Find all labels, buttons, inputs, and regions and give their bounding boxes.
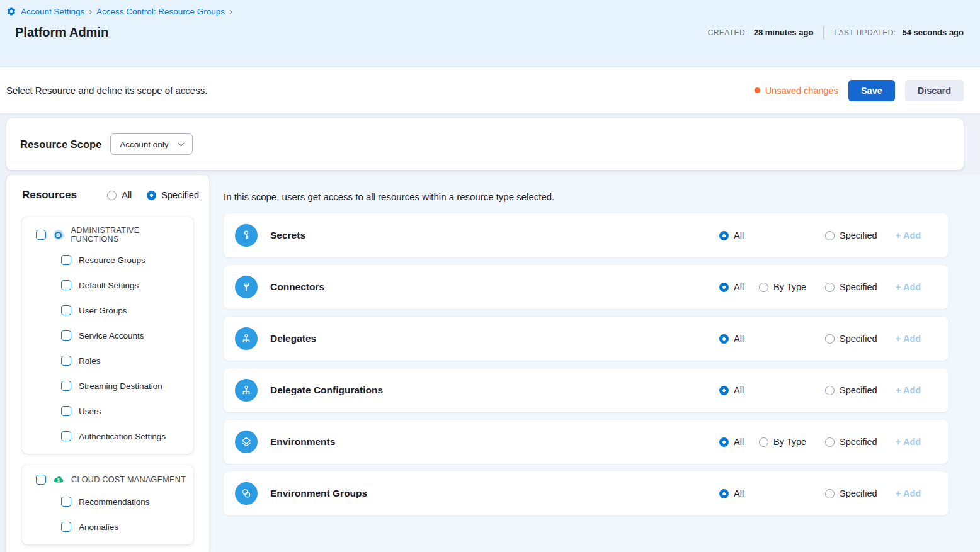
- resource-item-streaming-destination[interactable]: Streaming Destination: [61, 373, 187, 398]
- checkbox[interactable]: [36, 230, 46, 240]
- resource-item-service-accounts[interactable]: Service Accounts: [61, 323, 187, 348]
- resource-row-options: AllBy TypeSpecified+ Add: [719, 282, 923, 292]
- resource-row-delegates: DelegatesAllSpecified+ Add: [224, 317, 949, 361]
- resources-mode-radiogroup: AllSpecified: [107, 190, 199, 200]
- add-link[interactable]: + Add: [896, 282, 923, 292]
- settings-gear-icon: [6, 6, 16, 16]
- option-specified[interactable]: Specified: [825, 437, 896, 447]
- option-specified[interactable]: Specified: [825, 334, 896, 344]
- radio-unselected-icon[interactable]: [759, 437, 768, 447]
- resources-mode-specified[interactable]: Specified: [147, 190, 199, 200]
- radio-label: All: [734, 488, 744, 498]
- action-toolbar: Select Resource and define its scope of …: [0, 67, 980, 113]
- option-specified[interactable]: Specified: [825, 282, 896, 292]
- radio-selected-icon[interactable]: [719, 283, 729, 292]
- resource-scope-select[interactable]: Account only: [110, 133, 192, 155]
- checkbox[interactable]: [61, 522, 71, 532]
- resource-item-authentication-settings[interactable]: Authentication Settings: [61, 424, 187, 449]
- option-all[interactable]: All: [719, 282, 759, 292]
- radio-selected-icon[interactable]: [147, 191, 156, 200]
- option-specified[interactable]: Specified: [825, 488, 896, 498]
- page-header: Account Settings › Access Control: Resou…: [0, 0, 980, 67]
- save-button[interactable]: Save: [848, 80, 895, 101]
- resource-rows: SecretsAllSpecified+ AddConnectorsAllBy …: [224, 213, 949, 515]
- svg-text:$: $: [57, 478, 60, 483]
- radio-label: Specified: [840, 334, 877, 344]
- add-link[interactable]: + Add: [896, 437, 923, 447]
- resource-item-users[interactable]: Users: [61, 398, 187, 424]
- resource-item-anomalies[interactable]: Anomalies: [61, 514, 187, 539]
- radio-unselected-icon[interactable]: [825, 231, 835, 240]
- checkbox[interactable]: [61, 305, 71, 315]
- resource-group-header: $CLOUD COST MANAGEMENT: [36, 474, 187, 485]
- radio-unselected-icon[interactable]: [825, 489, 835, 498]
- resource-group-items: RecommendationsAnomalies: [36, 489, 187, 539]
- resources-mode-all[interactable]: All: [107, 190, 132, 200]
- toolbar-description: Select Resource and define its scope of …: [6, 85, 207, 96]
- radio-label: Specified: [161, 190, 199, 200]
- option-by-type[interactable]: By Type: [759, 282, 825, 292]
- radio-selected-icon[interactable]: [719, 334, 729, 344]
- environment-groups-icon: [235, 482, 258, 505]
- option-all[interactable]: All: [719, 230, 759, 240]
- resource-item-recommendations[interactable]: Recommendations: [61, 489, 187, 514]
- delegate-configurations-icon: [235, 379, 258, 402]
- option-specified[interactable]: Specified: [825, 385, 896, 395]
- resource-item-label: Roles: [79, 356, 101, 366]
- checkbox[interactable]: [61, 406, 71, 416]
- checkbox[interactable]: [61, 497, 71, 507]
- add-link[interactable]: + Add: [896, 334, 923, 344]
- option-all[interactable]: All: [719, 437, 759, 447]
- resource-item-label: Streaming Destination: [79, 381, 162, 391]
- created-label: CREATED:: [708, 28, 748, 37]
- environments-icon: [235, 431, 258, 453]
- resource-item-user-groups[interactable]: User Groups: [61, 298, 187, 323]
- radio-label: All: [734, 230, 744, 240]
- radio-label: All: [734, 385, 744, 395]
- radio-unselected-icon[interactable]: [107, 191, 117, 200]
- radio-unselected-icon[interactable]: [825, 437, 835, 447]
- resource-row-secrets: SecretsAllSpecified+ Add: [224, 213, 949, 257]
- add-link[interactable]: + Add: [896, 488, 923, 498]
- radio-unselected-icon[interactable]: [825, 283, 835, 292]
- radio-selected-icon[interactable]: [719, 231, 729, 240]
- add-link[interactable]: + Add: [896, 385, 923, 395]
- radio-unselected-icon[interactable]: [759, 283, 768, 292]
- checkbox[interactable]: [36, 475, 46, 485]
- checkbox[interactable]: [61, 330, 71, 341]
- resource-item-default-settings[interactable]: Default Settings: [61, 273, 187, 298]
- resource-group-name: CLOUD COST MANAGEMENT: [71, 475, 186, 484]
- radio-selected-icon[interactable]: [719, 386, 729, 395]
- radio-unselected-icon[interactable]: [825, 386, 835, 395]
- radio-selected-icon[interactable]: [719, 437, 729, 447]
- resource-item-resource-groups[interactable]: Resource Groups: [61, 247, 187, 273]
- radio-label: All: [122, 190, 132, 200]
- discard-button[interactable]: Discard: [905, 80, 964, 101]
- checkbox[interactable]: [61, 280, 71, 290]
- checkbox[interactable]: [61, 356, 71, 366]
- page-title: Platform Admin: [15, 25, 108, 40]
- resource-row-connectors: ConnectorsAllBy TypeSpecified+ Add: [224, 265, 949, 309]
- delegates-icon: [235, 327, 258, 350]
- option-specified[interactable]: Specified: [825, 230, 896, 240]
- breadcrumb-account-settings[interactable]: Account Settings: [21, 7, 84, 16]
- checkbox[interactable]: [61, 431, 71, 441]
- radio-selected-icon[interactable]: [719, 489, 729, 498]
- resource-row-options: AllSpecified+ Add: [719, 385, 923, 395]
- resource-row-delegate-configurations: Delegate ConfigurationsAllSpecified+ Add: [224, 368, 949, 412]
- resource-row-options: AllSpecified+ Add: [719, 230, 923, 240]
- resource-item-roles[interactable]: Roles: [61, 348, 187, 373]
- option-all[interactable]: All: [719, 385, 759, 395]
- checkbox[interactable]: [61, 381, 71, 391]
- breadcrumb-resource-groups[interactable]: Access Control: Resource Groups: [96, 7, 225, 16]
- resource-item-label: User Groups: [79, 306, 127, 315]
- option-by-type[interactable]: By Type: [759, 437, 825, 447]
- resources-title: Resources: [22, 189, 77, 201]
- option-all[interactable]: All: [719, 334, 759, 344]
- scope-description: In this scope, users get access to all r…: [224, 191, 949, 202]
- resource-group-card: $CLOUD COST MANAGEMENTRecommendationsAno…: [22, 465, 193, 544]
- option-all[interactable]: All: [719, 488, 759, 498]
- checkbox[interactable]: [61, 255, 71, 265]
- radio-unselected-icon[interactable]: [825, 334, 835, 344]
- add-link[interactable]: + Add: [896, 230, 923, 240]
